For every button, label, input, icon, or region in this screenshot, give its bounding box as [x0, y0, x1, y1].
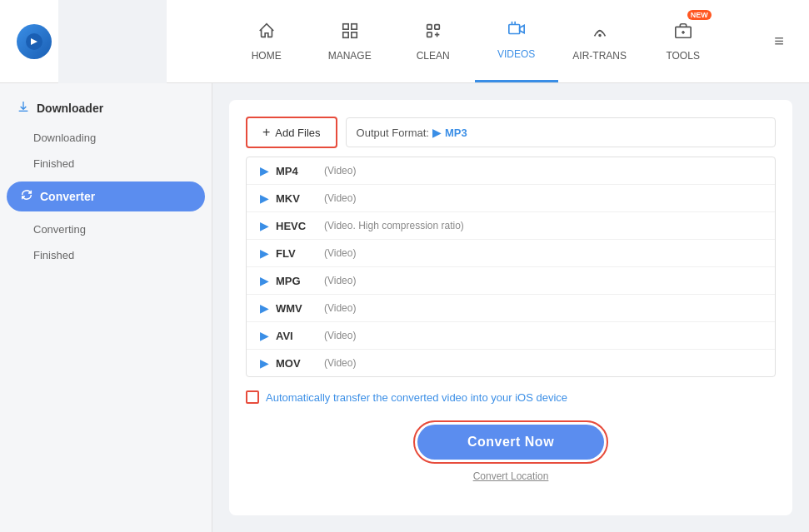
tools-icon — [674, 22, 692, 45]
format-item[interactable]: ▶ MPG (Video) — [247, 267, 775, 295]
format-desc: (Video) — [324, 357, 356, 369]
format-play-icon: ▶ — [260, 164, 269, 177]
manage-icon — [341, 22, 359, 45]
sidebar-item-converter-finished[interactable]: Finished — [0, 242, 212, 268]
downloading-label: Downloading — [33, 132, 96, 144]
svg-rect-1 — [342, 23, 347, 28]
format-name: MKV — [276, 192, 317, 205]
format-item[interactable]: ▶ MKV (Video) — [247, 185, 775, 212]
tab-clean[interactable]: CLEAN — [392, 0, 475, 82]
tab-home[interactable]: HOME — [225, 0, 308, 82]
tab-tools-label: TOOLS — [666, 50, 699, 62]
convert-location-link[interactable]: Convert Location — [473, 470, 549, 482]
format-play-icon: ▶ — [260, 274, 269, 287]
svg-rect-7 — [427, 32, 432, 37]
format-name: MP4 — [276, 165, 317, 177]
auto-transfer-checkbox[interactable] — [246, 390, 259, 404]
format-play-icon: ▶ — [260, 191, 269, 205]
format-name: MPG — [276, 275, 317, 287]
download-icon — [17, 100, 30, 117]
nav-tabs: HOME MANAGE CLEAN — [183, 0, 766, 82]
format-play-icon: ▶ — [260, 246, 269, 260]
svg-rect-2 — [351, 23, 356, 28]
tab-home-label: HOME — [252, 50, 282, 62]
videos-icon — [507, 20, 526, 43]
downloader-label: Downloader — [37, 102, 103, 115]
tools-badge: NEW — [687, 10, 712, 20]
topbar: TransPe 河东软件网 hedown359.cn HOME MANAGE — [0, 0, 809, 83]
format-item[interactable]: ▶ WMV (Video) — [247, 295, 775, 322]
tab-manage[interactable]: MANAGE — [308, 0, 392, 82]
format-name: FLV — [276, 247, 317, 260]
converter-finished-label: Finished — [33, 249, 74, 261]
format-desc: (Video) — [324, 247, 356, 259]
converter-refresh-icon — [20, 188, 33, 205]
menu-button[interactable]: ≡ — [766, 32, 792, 51]
format-play-icon: ▶ — [260, 329, 269, 342]
add-files-button[interactable]: + Add Files — [246, 117, 337, 148]
convert-btn-wrapper: Convert Now — [413, 420, 608, 464]
output-format-value: MP3 — [445, 127, 467, 139]
sidebar-item-converter[interactable]: Converter — [7, 181, 205, 211]
converter-label: Converter — [40, 190, 95, 203]
sidebar: Downloader Downloading Finished Converte… — [0, 83, 212, 532]
tab-manage-label: MANAGE — [328, 50, 372, 62]
svg-rect-10 — [508, 25, 519, 34]
tab-videos[interactable]: VIDEOS — [475, 0, 558, 82]
svg-rect-5 — [427, 24, 432, 29]
add-files-label: Add Files — [275, 127, 320, 139]
svg-rect-6 — [434, 24, 439, 29]
converting-label: Converting — [33, 223, 86, 236]
auto-transfer-row: Automatically transfer the converted vid… — [246, 390, 776, 404]
plus-icon: + — [262, 125, 270, 140]
format-play-icon: ▶ — [432, 126, 442, 139]
svg-rect-4 — [351, 32, 356, 37]
format-play-icon: ▶ — [260, 356, 269, 370]
format-desc: (Video) — [324, 165, 356, 177]
svg-rect-3 — [342, 32, 347, 37]
tab-videos-label: VIDEOS — [497, 48, 535, 60]
format-item[interactable]: ▶ HEVC (Video. High compression ratio) — [247, 212, 775, 240]
output-format-text: Output Format: — [357, 127, 429, 139]
format-desc: (Video) — [324, 275, 356, 286]
format-play-icon: ▶ — [260, 219, 269, 232]
air-trans-icon — [591, 22, 609, 45]
format-desc: (Video) — [324, 330, 356, 341]
toolbar-row: + Add Files Output Format: ▶ MP3 — [246, 117, 776, 148]
tab-air-trans[interactable]: AIR-TRANS — [558, 0, 642, 82]
format-name: HEVC — [276, 220, 317, 232]
svg-point-13 — [599, 34, 601, 36]
tab-clean-label: CLEAN — [417, 50, 450, 62]
sidebar-item-downloader-finished[interactable]: Finished — [0, 151, 212, 177]
tab-air-trans-label: AIR-TRANS — [572, 50, 627, 62]
sidebar-section-downloader[interactable]: Downloader — [0, 92, 212, 125]
convert-now-button[interactable]: Convert Now — [417, 425, 604, 460]
format-name: AVI — [276, 330, 317, 342]
format-desc: (Video. High compression ratio) — [324, 220, 464, 231]
tab-tools[interactable]: NEW TOOLS — [642, 0, 725, 82]
format-name: WMV — [276, 302, 317, 315]
clean-icon — [424, 22, 442, 45]
sidebar-item-downloading[interactable]: Downloading — [0, 125, 212, 151]
format-list: ▶ MP4 (Video) ▶ MKV (Video) ▶ HEVC (Vide… — [246, 157, 776, 377]
format-desc: (Video) — [324, 192, 356, 204]
content-area: + Add Files Output Format: ▶ MP3 ▶ MP4 (… — [212, 83, 809, 532]
home-icon — [257, 22, 276, 45]
auto-transfer-label[interactable]: Automatically transfer the converted vid… — [266, 391, 567, 404]
format-play-icon: ▶ — [260, 301, 269, 315]
format-item[interactable]: ▶ AVI (Video) — [247, 322, 775, 350]
main-area: Downloader Downloading Finished Converte… — [0, 83, 809, 532]
downloader-finished-label: Finished — [33, 157, 74, 170]
output-format-bar: Output Format: ▶ MP3 — [346, 117, 776, 147]
logo-icon — [17, 24, 52, 59]
format-item[interactable]: ▶ MP4 (Video) — [247, 157, 775, 185]
sidebar-item-converting[interactable]: Converting — [0, 216, 212, 242]
format-item[interactable]: ▶ MOV (Video) — [247, 350, 775, 376]
convert-section: Convert Now Convert Location — [246, 420, 776, 482]
format-name: MOV — [276, 357, 317, 370]
format-item[interactable]: ▶ FLV (Video) — [247, 240, 775, 267]
format-desc: (Video) — [324, 302, 356, 314]
content-inner: + Add Files Output Format: ▶ MP3 ▶ MP4 (… — [229, 100, 792, 515]
